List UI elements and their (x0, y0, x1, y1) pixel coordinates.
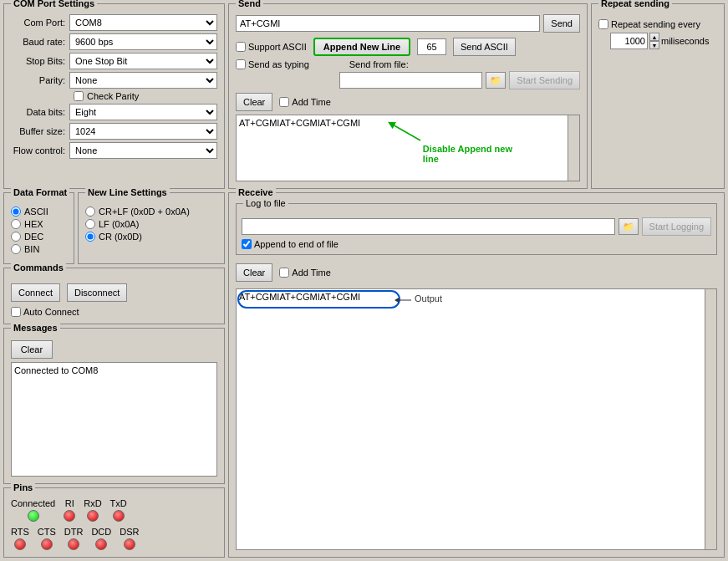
log-file-section: Log to file 📁 Start Logging Append to en… (236, 203, 717, 255)
buffer-size-label: Buffer size: (11, 126, 69, 136)
receive-title: Receive (236, 187, 276, 197)
auto-connect-label: Auto Connect (23, 307, 79, 317)
annotation-disable-append: Disable Append new line (423, 144, 512, 164)
bin-label: BIN (24, 244, 39, 254)
receive-area: AT+CGMIAT+CGMIAT+CGMI (236, 288, 717, 550)
send-clear-button[interactable]: Clear (236, 93, 272, 111)
svg-line-0 (391, 124, 420, 140)
messages-content: Connected to COM8 (14, 365, 98, 375)
append-to-end-checkbox[interactable] (242, 239, 252, 249)
check-parity-checkbox[interactable] (74, 91, 84, 101)
dtr-pin: DTR (64, 527, 84, 550)
send-area-content: AT+CGMIAT+CGMIAT+CGMI (239, 118, 360, 128)
com-port-title: COM Port Settings (11, 0, 97, 8)
file-path-input[interactable] (339, 72, 482, 89)
crlf-label: CR+LF (0x0D + 0x0A) (99, 207, 190, 217)
receive-scrollbar[interactable] (705, 289, 716, 549)
start-sending-button[interactable]: Start Sending (509, 71, 580, 89)
ascii-label: ASCII (24, 207, 48, 217)
append-new-line-button[interactable]: Append New Line (313, 38, 410, 56)
auto-connect-checkbox[interactable] (11, 307, 21, 317)
messages-title: Messages (11, 323, 60, 333)
interval-down-button[interactable]: ▼ (649, 41, 659, 49)
send-ascii-button[interactable]: Send ASCII (453, 38, 516, 56)
send-title: Send (236, 0, 263, 8)
data-format-title: Data Format (11, 187, 69, 197)
stop-bits-label: Stop Bits: (11, 56, 69, 66)
connected-label: Connected (11, 498, 55, 508)
log-file-input[interactable] (242, 218, 615, 235)
send-panel: Send Send Support ASCII Append New Line … (228, 3, 588, 189)
send-from-file-label: Send from file: (349, 59, 409, 69)
cr-label: CR (0x0D) (99, 232, 142, 242)
dec-radio[interactable] (11, 232, 21, 242)
interval-up-button[interactable]: ▲ (649, 33, 659, 41)
repeat-sending-checkbox[interactable] (598, 19, 608, 29)
ri-label: RI (65, 498, 74, 508)
ascii-radio[interactable] (11, 207, 21, 217)
rts-pin: RTS (11, 527, 29, 550)
newline-panel: New Line Settings CR+LF (0x0D + 0x0A) LF… (78, 192, 225, 264)
send-area-scrollbar[interactable] (568, 115, 579, 181)
cts-pin: CTS (38, 527, 56, 550)
dec-label: DEC (24, 232, 43, 242)
connected-led (28, 510, 39, 522)
hex-radio[interactable] (11, 219, 21, 229)
rxd-led (87, 510, 99, 522)
dsr-pin: DSR (120, 527, 139, 550)
dtr-label: DTR (64, 527, 84, 537)
rts-led (14, 538, 26, 550)
ms-label: miliseconds (661, 36, 709, 46)
buffer-size-select[interactable]: 1024 (69, 123, 217, 140)
rxd-pin: RxD (84, 498, 101, 522)
com-port-label: Com Port: (11, 18, 69, 28)
com-port-select[interactable]: COM8 (69, 14, 217, 31)
data-bits-label: Data bits: (11, 107, 69, 117)
parity-label: Parity: (11, 75, 69, 85)
send-command-input[interactable] (236, 15, 540, 32)
hex-label: HEX (24, 219, 43, 229)
check-parity-label: Check Parity (87, 91, 139, 101)
add-time-checkbox[interactable] (279, 97, 289, 107)
txd-label: TxD (110, 498, 127, 508)
commands-panel: Commands Connect Disconnect Auto Connect (3, 268, 225, 324)
flow-control-select[interactable]: None (69, 142, 217, 159)
repeat-sending-panel: Repeat sending Repeat sending every ▲ ▼ … (591, 3, 725, 189)
receive-add-time-checkbox[interactable] (279, 268, 289, 278)
ascii-value-input[interactable] (417, 38, 446, 55)
repeat-sending-label: Repeat sending every (611, 19, 700, 29)
txd-led (113, 510, 125, 522)
start-logging-button[interactable]: Start Logging (642, 217, 711, 236)
log-browse-button[interactable]: 📁 (619, 218, 639, 235)
messages-clear-button[interactable]: Clear (11, 340, 53, 359)
browse-folder-button[interactable]: 📁 (486, 72, 506, 89)
cts-led (41, 538, 53, 550)
baud-rate-select[interactable]: 9600 bps (69, 33, 217, 50)
rts-label: RTS (11, 527, 29, 537)
newline-title: New Line Settings (85, 187, 170, 197)
send-button[interactable]: Send (543, 14, 580, 33)
support-ascii-label: Support ASCII (248, 42, 307, 52)
support-ascii-checkbox[interactable] (236, 42, 246, 52)
dsr-led (124, 538, 135, 550)
disconnect-button[interactable]: Disconnect (67, 283, 127, 302)
txd-pin: TxD (110, 498, 127, 522)
receive-clear-button[interactable]: Clear (236, 263, 272, 282)
dtr-led (68, 538, 79, 550)
lf-radio[interactable] (85, 219, 95, 229)
pins-title: Pins (11, 482, 35, 492)
data-bits-select[interactable]: Eight (69, 104, 217, 120)
connected-pin: Connected (11, 498, 55, 522)
data-format-panel: Data Format ASCII HEX DEC (3, 192, 74, 264)
crlf-radio[interactable] (85, 207, 95, 217)
parity-select[interactable]: None (69, 72, 217, 89)
com-port-panel: COM Port Settings Com Port: COM8 Baud ra… (3, 3, 225, 189)
bin-radio[interactable] (11, 244, 21, 254)
cr-radio[interactable] (85, 232, 95, 242)
receive-content: AT+CGMIAT+CGMIAT+CGMI (239, 292, 360, 302)
connect-button[interactable]: Connect (11, 283, 60, 302)
repeat-interval-input[interactable] (610, 33, 648, 49)
send-as-typing-checkbox[interactable] (236, 59, 246, 69)
messages-area: Connected to COM8 (11, 362, 217, 477)
stop-bits-select[interactable]: One Stop Bit (69, 53, 217, 69)
